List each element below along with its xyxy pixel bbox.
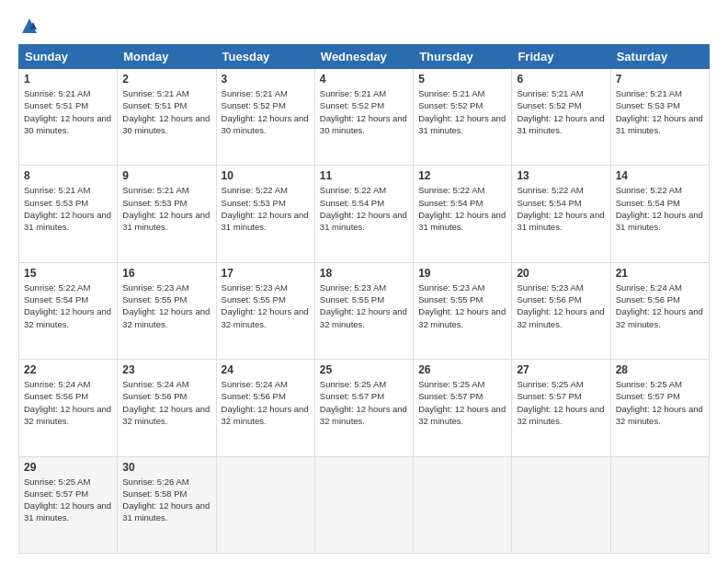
daylight-label: Daylight: 12 hours and 31 minutes. (24, 210, 111, 232)
daylight-label: Daylight: 12 hours and 32 minutes. (517, 306, 604, 328)
daylight-label: Daylight: 12 hours and 31 minutes. (320, 210, 407, 232)
table-row: 2 Sunrise: 5:21 AM Sunset: 5:51 PM Dayli… (118, 69, 216, 166)
day-number: 26 (418, 363, 506, 376)
sunrise-label: Sunrise: 5:24 AM (616, 282, 682, 293)
sunset-label: Sunset: 5:57 PM (418, 391, 483, 401)
sunrise-label: Sunrise: 5:22 AM (222, 185, 288, 195)
day-number: 14 (616, 169, 704, 182)
sunset-label: Sunset: 5:53 PM (222, 198, 286, 208)
sunrise-label: Sunrise: 5:24 AM (122, 379, 188, 389)
day-number: 16 (122, 267, 210, 280)
table-row: 26 Sunrise: 5:25 AM Sunset: 5:57 PM Dayl… (414, 360, 512, 456)
day-info: Sunrise: 5:23 AM Sunset: 5:55 PM Dayligh… (320, 282, 408, 330)
daylight-label: Daylight: 12 hours and 31 minutes. (616, 210, 703, 232)
sunset-label: Sunset: 5:54 PM (616, 198, 680, 208)
day-info: Sunrise: 5:24 AM Sunset: 5:56 PM Dayligh… (616, 282, 704, 330)
day-info: Sunrise: 5:22 AM Sunset: 5:54 PM Dayligh… (24, 282, 112, 330)
sunrise-label: Sunrise: 5:24 AM (222, 379, 288, 389)
col-tuesday: Tuesday (216, 45, 314, 69)
sunrise-label: Sunrise: 5:23 AM (222, 282, 288, 293)
table-row: 14 Sunrise: 5:22 AM Sunset: 5:54 PM Dayl… (610, 166, 709, 262)
day-number: 9 (122, 169, 210, 182)
day-info: Sunrise: 5:25 AM Sunset: 5:57 PM Dayligh… (418, 378, 506, 427)
day-number: 21 (616, 267, 704, 280)
day-info: Sunrise: 5:21 AM Sunset: 5:52 PM Dayligh… (418, 87, 506, 136)
daylight-label: Daylight: 12 hours and 32 minutes. (24, 306, 111, 328)
sunrise-label: Sunrise: 5:21 AM (616, 88, 682, 98)
day-info: Sunrise: 5:23 AM Sunset: 5:56 PM Dayligh… (517, 282, 605, 330)
daylight-label: Daylight: 12 hours and 31 minutes. (418, 113, 506, 135)
sunset-label: Sunset: 5:56 PM (24, 391, 88, 401)
sunrise-label: Sunrise: 5:21 AM (122, 185, 188, 195)
sunset-label: Sunset: 5:52 PM (320, 100, 384, 110)
day-number: 7 (616, 73, 704, 86)
daylight-label: Daylight: 12 hours and 30 minutes. (122, 113, 210, 135)
daylight-label: Daylight: 12 hours and 31 minutes. (517, 210, 604, 232)
day-info: Sunrise: 5:22 AM Sunset: 5:54 PM Dayligh… (418, 184, 506, 233)
sunset-label: Sunset: 5:57 PM (24, 488, 88, 499)
table-row: 15 Sunrise: 5:22 AM Sunset: 5:54 PM Dayl… (19, 262, 118, 359)
table-row: 4 Sunrise: 5:21 AM Sunset: 5:52 PM Dayli… (314, 69, 413, 166)
table-row: 10 Sunrise: 5:22 AM Sunset: 5:53 PM Dayl… (216, 166, 314, 262)
sunset-label: Sunset: 5:56 PM (222, 391, 286, 401)
sunset-label: Sunset: 5:54 PM (24, 294, 88, 304)
sunset-label: Sunset: 5:58 PM (122, 488, 187, 499)
day-info: Sunrise: 5:22 AM Sunset: 5:54 PM Dayligh… (616, 184, 704, 233)
sunrise-label: Sunrise: 5:23 AM (517, 282, 583, 293)
sunrise-label: Sunrise: 5:25 AM (320, 379, 386, 389)
daylight-label: Daylight: 12 hours and 32 minutes. (418, 306, 506, 328)
col-saturday: Saturday (610, 45, 709, 69)
daylight-label: Daylight: 12 hours and 30 minutes. (222, 113, 309, 135)
sunrise-label: Sunrise: 5:22 AM (24, 282, 90, 293)
day-number: 10 (222, 169, 310, 182)
sunset-label: Sunset: 5:55 PM (418, 294, 483, 304)
sunrise-label: Sunrise: 5:22 AM (418, 185, 484, 195)
daylight-label: Daylight: 12 hours and 32 minutes. (222, 404, 309, 426)
day-info: Sunrise: 5:23 AM Sunset: 5:55 PM Dayligh… (222, 282, 310, 330)
sunrise-label: Sunrise: 5:21 AM (24, 88, 90, 98)
day-number: 24 (222, 363, 310, 376)
table-row: 23 Sunrise: 5:24 AM Sunset: 5:56 PM Dayl… (118, 360, 216, 456)
col-sunday: Sunday (19, 45, 118, 69)
table-row: 7 Sunrise: 5:21 AM Sunset: 5:53 PM Dayli… (610, 69, 709, 166)
day-info: Sunrise: 5:21 AM Sunset: 5:53 PM Dayligh… (122, 184, 210, 233)
daylight-label: Daylight: 12 hours and 32 minutes. (24, 404, 111, 426)
daylight-label: Daylight: 12 hours and 32 minutes. (122, 306, 210, 328)
sunrise-label: Sunrise: 5:25 AM (418, 379, 484, 389)
sunset-label: Sunset: 5:56 PM (517, 294, 581, 304)
header (18, 17, 710, 35)
table-row (610, 456, 709, 553)
daylight-label: Daylight: 12 hours and 32 minutes. (616, 306, 703, 328)
day-info: Sunrise: 5:21 AM Sunset: 5:53 PM Dayligh… (24, 184, 112, 233)
day-info: Sunrise: 5:24 AM Sunset: 5:56 PM Dayligh… (222, 378, 310, 427)
daylight-label: Daylight: 12 hours and 32 minutes. (517, 404, 604, 426)
sunrise-label: Sunrise: 5:23 AM (320, 282, 386, 293)
table-row: 8 Sunrise: 5:21 AM Sunset: 5:53 PM Dayli… (19, 166, 118, 262)
day-info: Sunrise: 5:22 AM Sunset: 5:53 PM Dayligh… (222, 184, 310, 233)
sunrise-label: Sunrise: 5:21 AM (122, 88, 188, 98)
col-wednesday: Wednesday (314, 45, 413, 69)
sunrise-label: Sunrise: 5:25 AM (517, 379, 583, 389)
day-number: 29 (24, 461, 112, 474)
sunrise-label: Sunrise: 5:21 AM (320, 88, 386, 98)
sunrise-label: Sunrise: 5:25 AM (24, 477, 90, 487)
daylight-label: Daylight: 12 hours and 31 minutes. (122, 500, 210, 523)
day-number: 25 (320, 363, 408, 376)
day-info: Sunrise: 5:22 AM Sunset: 5:54 PM Dayligh… (320, 184, 408, 233)
day-number: 1 (24, 73, 112, 86)
sunrise-label: Sunrise: 5:25 AM (616, 379, 682, 389)
daylight-label: Daylight: 12 hours and 31 minutes. (418, 210, 506, 232)
day-number: 19 (418, 267, 506, 280)
day-number: 18 (320, 267, 408, 280)
col-thursday: Thursday (414, 45, 512, 69)
table-row: 6 Sunrise: 5:21 AM Sunset: 5:52 PM Dayli… (512, 69, 610, 166)
sunset-label: Sunset: 5:57 PM (616, 391, 680, 401)
table-row (314, 456, 413, 553)
table-row: 30 Sunrise: 5:26 AM Sunset: 5:58 PM Dayl… (118, 456, 216, 553)
table-row: 20 Sunrise: 5:23 AM Sunset: 5:56 PM Dayl… (512, 262, 610, 359)
daylight-label: Daylight: 12 hours and 30 minutes. (24, 113, 111, 135)
daylight-label: Daylight: 12 hours and 32 minutes. (222, 306, 309, 328)
col-monday: Monday (118, 45, 216, 69)
sunrise-label: Sunrise: 5:26 AM (122, 477, 188, 487)
sunrise-label: Sunrise: 5:21 AM (222, 88, 288, 98)
